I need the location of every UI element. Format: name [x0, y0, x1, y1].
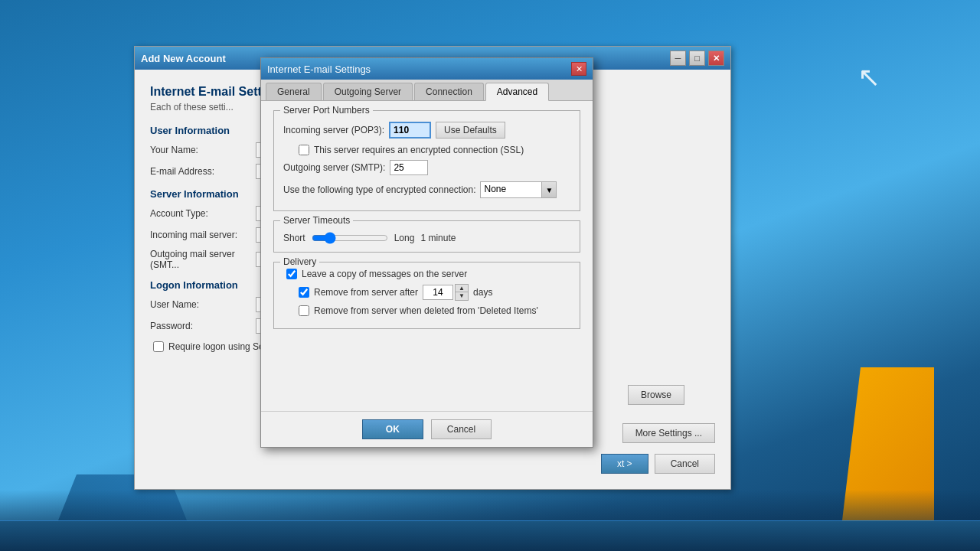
use-defaults-button[interactable]: Use Defaults: [436, 122, 505, 139]
remove-after-label: Remove from server after: [314, 287, 418, 298]
tab-outgoing-server[interactable]: Outgoing Server: [323, 83, 413, 100]
spin-down-button[interactable]: ▼: [456, 292, 468, 300]
server-ports-section: Server Port Numbers Incoming server (POP…: [273, 110, 580, 211]
your-name-label: Your Name:: [150, 145, 250, 155]
dialog-titlebar: Internet E-mail Settings ✕: [261, 58, 593, 80]
days-input-group: ▲ ▼: [423, 284, 469, 301]
delivery-section: Delivery Leave a copy of messages on the…: [273, 262, 580, 329]
outgoing-server-label: Outgoing server (SMTP):: [283, 162, 385, 173]
require-logon-checkbox[interactable]: [153, 341, 164, 352]
dialog-buttons: OK Cancel: [261, 411, 593, 447]
leave-copy-checkbox[interactable]: [286, 269, 297, 279]
leave-copy-label: Leave a copy of messages on the server: [302, 269, 467, 279]
ssl-checkbox-row: This server requires an encrypted connec…: [299, 145, 570, 155]
server-timeouts-title: Server Timeouts: [280, 215, 353, 226]
encrypt-dropdown-button[interactable]: ▼: [541, 181, 557, 198]
bg-window-buttons: xt > Cancel: [601, 454, 715, 474]
timeout-long-label: Long: [394, 233, 415, 243]
email-settings-dialog: Internet E-mail Settings ✕ General Outgo…: [260, 57, 593, 448]
timeout-short-label: Short: [283, 233, 305, 243]
more-settings-button[interactable]: More Settings ...: [622, 423, 715, 443]
minimize-button[interactable]: ─: [670, 51, 686, 66]
days-label: days: [473, 287, 492, 298]
timeout-value: 1 minute: [420, 233, 456, 243]
close-button[interactable]: ✕: [708, 51, 724, 66]
browse-button[interactable]: Browse: [628, 385, 684, 405]
cursor-indicator: ↖: [858, 61, 880, 93]
server-timeouts-section: Server Timeouts Short Long 1 minute: [273, 220, 580, 253]
remove-after-row: Remove from server after ▲ ▼ days: [299, 284, 570, 301]
ok-button[interactable]: OK: [362, 419, 423, 439]
incoming-server-label: Incoming server (POP3):: [283, 125, 384, 135]
ssl-label: This server requires an encrypted connec…: [314, 145, 524, 155]
account-type-label: Account Type:: [150, 208, 250, 219]
remove-deleted-row: Remove from server when deleted from 'De…: [299, 305, 570, 316]
encrypt-select: None ▼: [480, 181, 557, 198]
spin-up-button[interactable]: ▲: [456, 285, 468, 292]
leave-copy-row: Leave a copy of messages on the server: [286, 269, 570, 279]
incoming-server-input[interactable]: [389, 122, 431, 139]
incoming-mail-label: Incoming mail server:: [150, 230, 250, 240]
window-controls: ─ □ ✕: [670, 51, 724, 66]
maximize-button[interactable]: □: [689, 51, 705, 66]
dialog-title: Internet E-mail Settings: [267, 64, 371, 75]
cancel-button[interactable]: Cancel: [431, 419, 492, 439]
tabs-container: General Outgoing Server Connection Advan…: [261, 80, 593, 101]
taskbar: [0, 520, 980, 551]
dialog-content: Server Port Numbers Incoming server (POP…: [261, 101, 593, 347]
dialog-close-button[interactable]: ✕: [571, 62, 586, 76]
password-label: Password:: [150, 321, 250, 331]
server-ports-title: Server Port Numbers: [280, 105, 373, 116]
tab-general[interactable]: General: [266, 83, 322, 100]
add-account-title: Add New Account: [141, 53, 226, 64]
outgoing-server-row: Outgoing server (SMTP):: [283, 160, 570, 175]
incoming-server-row: Incoming server (POP3): Use Defaults: [283, 122, 570, 139]
email-address-label: E-mail Address:: [150, 166, 250, 177]
timeout-slider[interactable]: [312, 232, 388, 244]
outgoing-mail-label: Outgoing mail server (SMT...: [150, 249, 250, 270]
remove-after-checkbox[interactable]: [299, 287, 309, 298]
remove-deleted-checkbox[interactable]: [299, 305, 309, 316]
outgoing-server-input[interactable]: [390, 160, 428, 175]
encrypt-row: Use the following type of encrypted conn…: [283, 181, 570, 198]
encrypt-select-value[interactable]: None: [480, 181, 541, 198]
timeout-row: Short Long 1 minute: [283, 232, 570, 244]
ssl-checkbox[interactable]: [299, 145, 309, 155]
bg-cancel-button[interactable]: Cancel: [655, 454, 715, 474]
days-spinner: ▲ ▼: [455, 284, 469, 301]
username-label: User Name:: [150, 299, 250, 310]
delivery-title: Delivery: [280, 256, 319, 267]
tab-advanced[interactable]: Advanced: [485, 83, 549, 101]
require-logon-label: Require logon using Se...: [168, 341, 272, 352]
next-button[interactable]: xt >: [601, 454, 648, 474]
remove-deleted-label: Remove from server when deleted from 'De…: [314, 305, 538, 316]
days-input[interactable]: [423, 285, 453, 300]
tab-connection[interactable]: Connection: [414, 83, 484, 100]
encrypt-label: Use the following type of encrypted conn…: [283, 184, 475, 195]
